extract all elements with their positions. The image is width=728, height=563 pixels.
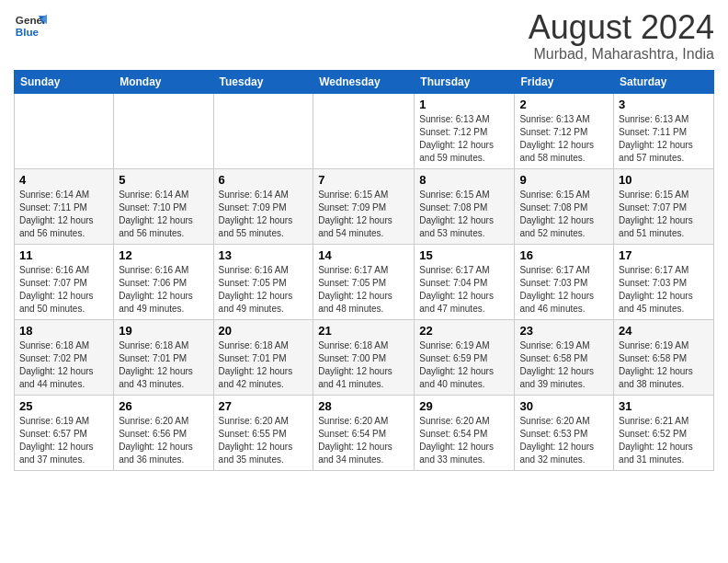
day-info: Sunrise: 6:13 AM Sunset: 7:11 PM Dayligh… [619,113,709,165]
day-header-sunday: Sunday [15,70,114,93]
day-info: Sunrise: 6:15 AM Sunset: 7:09 PM Dayligh… [318,189,409,240]
day-number: 11 [19,248,108,262]
day-info: Sunrise: 6:20 AM Sunset: 6:56 PM Dayligh… [119,415,208,466]
calendar-cell: 7Sunrise: 6:15 AM Sunset: 7:09 PM Daylig… [313,168,415,244]
day-info: Sunrise: 6:18 AM Sunset: 7:01 PM Dayligh… [119,339,208,391]
day-info: Sunrise: 6:16 AM Sunset: 7:06 PM Dayligh… [119,264,208,316]
calendar-cell [313,93,415,168]
day-number: 5 [119,173,208,187]
day-header-tuesday: Tuesday [213,70,313,93]
day-number: 16 [519,248,609,262]
day-number: 18 [19,324,108,338]
calendar-week-2: 4Sunrise: 6:14 AM Sunset: 7:11 PM Daylig… [15,168,714,244]
day-info: Sunrise: 6:15 AM Sunset: 7:08 PM Dayligh… [419,189,509,240]
day-info: Sunrise: 6:20 AM Sunset: 6:55 PM Dayligh… [219,415,309,466]
calendar-week-4: 18Sunrise: 6:18 AM Sunset: 7:02 PM Dayli… [15,319,714,395]
day-number: 8 [419,173,509,187]
calendar-cell: 17Sunrise: 6:17 AM Sunset: 7:03 PM Dayli… [614,244,714,319]
calendar-cell: 20Sunrise: 6:18 AM Sunset: 7:01 PM Dayli… [213,319,313,395]
day-info: Sunrise: 6:18 AM Sunset: 7:01 PM Dayligh… [219,339,309,391]
day-number: 4 [19,173,108,187]
svg-text:Blue: Blue [16,26,40,38]
day-info: Sunrise: 6:19 AM Sunset: 6:57 PM Dayligh… [19,415,108,466]
day-number: 28 [318,399,409,413]
calendar-cell: 26Sunrise: 6:20 AM Sunset: 6:56 PM Dayli… [114,395,213,470]
day-header-friday: Friday [515,70,614,93]
calendar-cell: 14Sunrise: 6:17 AM Sunset: 7:05 PM Dayli… [313,244,415,319]
day-number: 9 [519,173,609,187]
subtitle: Murbad, Maharashtra, India [529,46,714,63]
day-info: Sunrise: 6:16 AM Sunset: 7:07 PM Dayligh… [19,264,108,316]
day-info: Sunrise: 6:17 AM Sunset: 7:05 PM Dayligh… [318,264,409,316]
calendar-cell: 5Sunrise: 6:14 AM Sunset: 7:10 PM Daylig… [114,168,213,244]
header: General Blue August 2024 Murbad, Maharas… [14,9,714,63]
calendar-cell [114,93,213,168]
day-info: Sunrise: 6:19 AM Sunset: 6:59 PM Dayligh… [419,339,509,391]
calendar-cell [15,93,114,168]
calendar-cell: 22Sunrise: 6:19 AM Sunset: 6:59 PM Dayli… [415,319,515,395]
day-number: 22 [419,324,509,338]
logo: General Blue [14,9,47,42]
day-info: Sunrise: 6:20 AM Sunset: 6:54 PM Dayligh… [318,415,409,466]
calendar-cell: 16Sunrise: 6:17 AM Sunset: 7:03 PM Dayli… [515,244,614,319]
day-number: 13 [219,248,309,262]
calendar-cell: 27Sunrise: 6:20 AM Sunset: 6:55 PM Dayli… [213,395,313,470]
day-number: 15 [419,248,509,262]
day-info: Sunrise: 6:13 AM Sunset: 7:12 PM Dayligh… [519,113,609,165]
calendar-week-1: 1Sunrise: 6:13 AM Sunset: 7:12 PM Daylig… [15,93,714,168]
calendar-cell: 2Sunrise: 6:13 AM Sunset: 7:12 PM Daylig… [515,93,614,168]
calendar-cell: 29Sunrise: 6:20 AM Sunset: 6:54 PM Dayli… [415,395,515,470]
day-number: 19 [119,324,208,338]
day-info: Sunrise: 6:21 AM Sunset: 6:52 PM Dayligh… [619,415,709,466]
calendar-cell: 18Sunrise: 6:18 AM Sunset: 7:02 PM Dayli… [15,319,114,395]
day-number: 1 [419,98,509,111]
calendar-cell: 11Sunrise: 6:16 AM Sunset: 7:07 PM Dayli… [15,244,114,319]
day-number: 24 [619,324,709,338]
calendar-cell: 28Sunrise: 6:20 AM Sunset: 6:54 PM Dayli… [313,395,415,470]
title-block: August 2024 Murbad, Maharashtra, India [529,9,714,63]
calendar-week-5: 25Sunrise: 6:19 AM Sunset: 6:57 PM Dayli… [15,395,714,470]
calendar-cell: 4Sunrise: 6:14 AM Sunset: 7:11 PM Daylig… [15,168,114,244]
day-number: 10 [619,173,709,187]
day-number: 20 [219,324,309,338]
calendar-cell: 25Sunrise: 6:19 AM Sunset: 6:57 PM Dayli… [15,395,114,470]
calendar-cell: 19Sunrise: 6:18 AM Sunset: 7:01 PM Dayli… [114,319,213,395]
day-info: Sunrise: 6:14 AM Sunset: 7:11 PM Dayligh… [19,189,108,240]
day-number: 27 [219,399,309,413]
day-header-saturday: Saturday [614,70,714,93]
day-info: Sunrise: 6:17 AM Sunset: 7:03 PM Dayligh… [619,264,709,316]
day-info: Sunrise: 6:17 AM Sunset: 7:04 PM Dayligh… [419,264,509,316]
calendar-cell: 23Sunrise: 6:19 AM Sunset: 6:58 PM Dayli… [515,319,614,395]
day-number: 2 [519,98,609,111]
day-number: 31 [619,399,709,413]
page: General Blue August 2024 Murbad, Maharas… [0,0,728,480]
day-number: 23 [519,324,609,338]
day-number: 14 [318,248,409,262]
calendar-cell: 1Sunrise: 6:13 AM Sunset: 7:12 PM Daylig… [415,93,515,168]
calendar-table: SundayMondayTuesdayWednesdayThursdayFrid… [14,70,714,471]
day-info: Sunrise: 6:18 AM Sunset: 7:00 PM Dayligh… [318,339,409,391]
day-header-wednesday: Wednesday [313,70,415,93]
day-info: Sunrise: 6:19 AM Sunset: 6:58 PM Dayligh… [519,339,609,391]
calendar-cell: 15Sunrise: 6:17 AM Sunset: 7:04 PM Dayli… [415,244,515,319]
day-info: Sunrise: 6:18 AM Sunset: 7:02 PM Dayligh… [19,339,108,391]
calendar-cell: 10Sunrise: 6:15 AM Sunset: 7:07 PM Dayli… [614,168,714,244]
day-number: 26 [119,399,208,413]
day-number: 29 [419,399,509,413]
calendar-cell: 9Sunrise: 6:15 AM Sunset: 7:08 PM Daylig… [515,168,614,244]
calendar-cell: 31Sunrise: 6:21 AM Sunset: 6:52 PM Dayli… [614,395,714,470]
day-number: 6 [219,173,309,187]
day-info: Sunrise: 6:20 AM Sunset: 6:54 PM Dayligh… [419,415,509,466]
calendar-cell: 8Sunrise: 6:15 AM Sunset: 7:08 PM Daylig… [415,168,515,244]
day-number: 21 [318,324,409,338]
day-number: 17 [619,248,709,262]
day-info: Sunrise: 6:16 AM Sunset: 7:05 PM Dayligh… [219,264,309,316]
calendar-cell: 13Sunrise: 6:16 AM Sunset: 7:05 PM Dayli… [213,244,313,319]
calendar-cell: 3Sunrise: 6:13 AM Sunset: 7:11 PM Daylig… [614,93,714,168]
calendar-cell: 24Sunrise: 6:19 AM Sunset: 6:58 PM Dayli… [614,319,714,395]
day-number: 25 [19,399,108,413]
day-number: 30 [519,399,609,413]
day-info: Sunrise: 6:20 AM Sunset: 6:53 PM Dayligh… [519,415,609,466]
calendar-cell: 12Sunrise: 6:16 AM Sunset: 7:06 PM Dayli… [114,244,213,319]
day-info: Sunrise: 6:14 AM Sunset: 7:10 PM Dayligh… [119,189,208,240]
